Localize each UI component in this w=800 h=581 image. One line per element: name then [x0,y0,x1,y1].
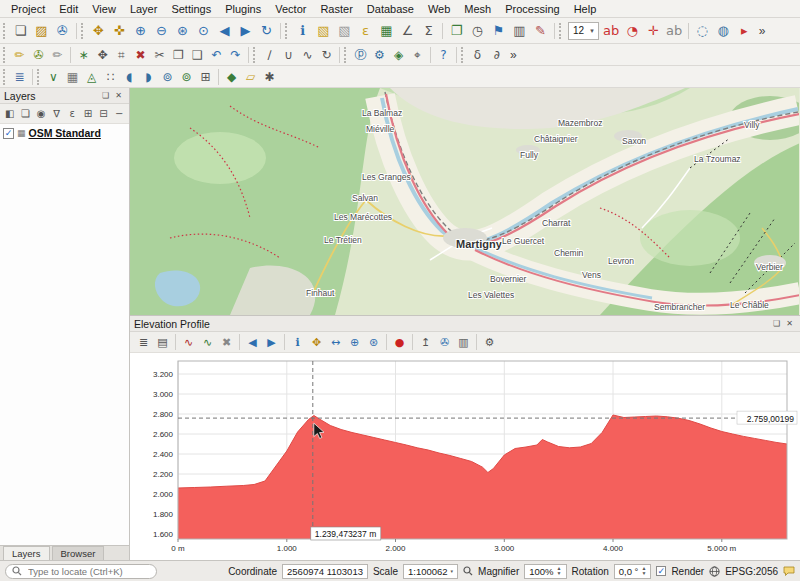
save-layer-edits-button[interactable]: ✇ [29,46,48,64]
open-layer-styling-button[interactable]: ◧ [2,106,18,122]
show-layer-tree-button[interactable]: ≣ [134,333,153,351]
crs-label[interactable]: EPSG:2056 [725,566,778,577]
add-vector-layer-button[interactable]: ∨ [44,68,63,86]
add-wms-layer-button[interactable]: ⊚ [158,68,177,86]
toolbar-drag-handle[interactable] [37,69,41,85]
zoom-tool-button[interactable]: ⊕ [345,333,364,351]
print-profile-button[interactable]: ▥ [454,333,473,351]
toolbar-drag-handle[interactable] [253,47,257,63]
filter-by-expression-button[interactable]: ε [65,106,81,122]
remove-layer-button[interactable]: − [111,106,127,122]
rotation-spinner[interactable]: ▲▼ [641,566,646,576]
zoom-full-tool-button[interactable]: ⊛ [364,333,383,351]
redo-button[interactable]: ↷ [226,46,245,64]
split-features-button[interactable]: ∕ [260,46,279,64]
gps-tools-button[interactable]: ◈ [389,46,408,64]
zoom-to-selection-button[interactable]: ⊙ [193,21,214,41]
menu-raster[interactable]: Raster [313,1,359,17]
elevation-panel-float-icon[interactable]: ❏ [770,318,783,330]
menu-project[interactable]: Project [4,1,52,17]
layers-panel-float-icon[interactable]: ❏ [99,90,112,102]
new-project-button[interactable]: ❏ [10,21,31,41]
manage-map-themes-button[interactable]: ◉ [33,106,49,122]
save-project-button[interactable]: ✇ [52,21,73,41]
processing-toolbox-button[interactable]: ⚙ [370,46,389,64]
processing-history-button[interactable]: ◌ [692,21,713,41]
profile-options-button[interactable]: ⚙ [480,333,499,351]
identify-tool-button[interactable]: ℹ [288,333,307,351]
open-attribute-table-button[interactable]: ▦ [376,21,397,41]
toolbar-drag-handle[interactable] [344,47,348,63]
pan-map-button[interactable]: ✥ [88,21,109,41]
new-map-view-button[interactable]: ❐ [446,21,467,41]
zoom-out-button[interactable]: ⊖ [151,21,172,41]
nudge-left-button[interactable]: ◀ [243,333,262,351]
current-edits-button[interactable]: ✏ [48,46,67,64]
tab-layers[interactable]: Layers [3,546,50,560]
vertex-tool-button[interactable]: ⌗ [112,46,131,64]
plugin-tool-button[interactable]: ◍ [713,21,734,41]
zoom-next-button[interactable]: ▶ [235,21,256,41]
add-wfs-layer-button[interactable]: ⊚ [177,68,196,86]
temporal-controller-button[interactable]: ◷ [467,21,488,41]
toolbar-drag-handle[interactable] [3,69,7,85]
collapse-all-button[interactable]: ⊟ [96,106,112,122]
expand-all-button[interactable]: ⊞ [80,106,96,122]
save-as-image-button[interactable]: ✇ [435,333,454,351]
menu-view[interactable]: View [85,1,123,17]
merge-features-button[interactable]: ∪ [279,46,298,64]
menu-processing[interactable]: Processing [498,1,566,17]
magnifier-spinner[interactable]: ▲▼ [557,566,562,576]
locate-input[interactable] [26,565,150,578]
filter-legend-button[interactable]: ∇ [49,106,65,122]
add-xyz-layer-button[interactable]: ⊞ [196,68,215,86]
open-project-button[interactable]: ▨ [31,21,52,41]
capture-curve-from-feature-button[interactable]: ∿ [198,333,217,351]
toolbar-drag-handle[interactable] [285,23,289,39]
menu-edit[interactable]: Edit [52,1,85,17]
menu-database[interactable]: Database [360,1,421,17]
undo-button[interactable]: ↶ [207,46,226,64]
clear-curve-button[interactable]: ✖ [217,333,236,351]
nudge-right-button[interactable]: ▶ [262,333,281,351]
locate-bar[interactable] [5,564,157,579]
menu-mesh[interactable]: Mesh [457,1,498,17]
identify-features-button[interactable]: ℹ [292,21,313,41]
paste-features-button[interactable]: ❑ [188,46,207,64]
add-mesh-layer-button[interactable]: ◬ [82,68,101,86]
font-size-combo[interactable]: 12▾ [568,22,599,40]
elevation-chart[interactable]: 1.6001.8002.0002.2002.4002.6002.8003.000… [130,353,800,560]
toolbar-drag-handle[interactable] [559,23,563,39]
layer-checkbox[interactable]: ✓ [3,128,14,139]
toolbar-drag-handle[interactable] [3,23,7,39]
zoom-in-button[interactable]: ⊕ [130,21,151,41]
show-hidden-labels-button[interactable]: ab [664,21,685,41]
tab-browser[interactable]: Browser [52,546,105,560]
annotation-tool-button[interactable]: ▸ [734,21,755,41]
new-geopackage-layer-button[interactable]: ◆ [222,68,241,86]
add-postgis-layer-button[interactable]: ◖ [120,68,139,86]
map-canvas[interactable]: La BalmazMiévilleLes GrangesSalvanLes Ma… [130,88,800,315]
menu-layer[interactable]: Layer [123,1,165,17]
menu-settings[interactable]: Settings [164,1,218,17]
toolbar-drag-handle[interactable] [3,47,7,63]
reshape-features-button[interactable]: ∿ [298,46,317,64]
new-shapefile-layer-button[interactable]: ▱ [241,68,260,86]
toolbar-overflow-button[interactable]: » [506,48,521,62]
layers-panel-close-icon[interactable]: ✕ [112,90,125,102]
layer-labeling-button[interactable]: ab [601,21,622,41]
pin-labels-button[interactable]: ✛ [643,21,664,41]
zoom-full-button[interactable]: ⊛ [172,21,193,41]
add-delimited-text-layer-button[interactable]: ∷ [101,68,120,86]
toolbar-drag-handle[interactable] [461,47,465,63]
menu-web[interactable]: Web [421,1,457,17]
profile-tool-button[interactable]: ∂ [487,46,506,64]
layer-tree[interactable]: ✓▦OSM Standard [0,124,129,545]
plot-options-button[interactable]: ▤ [153,333,172,351]
delete-selected-button[interactable]: ✖ [131,46,150,64]
help-contents-button[interactable]: ? [434,46,453,64]
magnifier-input[interactable]: 100% ▲▼ [524,564,566,579]
layer-name[interactable]: OSM Standard [29,127,101,139]
menu-vector[interactable]: Vector [268,1,313,17]
style-manager-button[interactable]: ✎ [530,21,551,41]
